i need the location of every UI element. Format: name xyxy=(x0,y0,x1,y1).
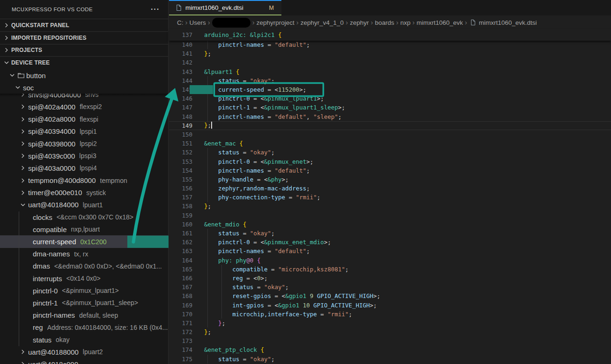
chevron-down-icon[interactable] xyxy=(3,59,10,66)
chevron-down-icon[interactable] xyxy=(14,84,22,91)
tree-item-reg[interactable]: regAddress: 0x40184000, size: 16 KB (0x4… xyxy=(0,321,169,334)
chevron-right-icon[interactable] xyxy=(3,22,10,29)
code-line-175[interactable]: 175 status = "okay"; xyxy=(169,355,611,364)
chevron-right-icon[interactable] xyxy=(19,128,27,135)
code-text: phy-handle = <&phy>; xyxy=(192,176,289,183)
code-line-154[interactable]: 154 pinctrl-names = "default"; xyxy=(169,166,611,175)
tree-item-status[interactable]: statusokay xyxy=(0,334,169,346)
tree-item-dma-names[interactable]: dma-namestx, rx xyxy=(0,248,169,260)
tree-item-uart-40188000[interactable]: uart@40188000lpuart2 xyxy=(0,346,169,358)
section-quickstart-panel[interactable]: QUICKSTART PANEL xyxy=(0,19,168,31)
tree-item-button[interactable]: button xyxy=(0,69,169,81)
tree-item-label: button xyxy=(26,72,46,80)
tree-item-uart-40184000[interactable]: uart@40184000lpuart1 xyxy=(0,199,169,211)
code-line-149[interactable]: 149}; xyxy=(169,121,611,130)
breadcrumb-item-nxp[interactable]: nxp xyxy=(400,19,411,26)
tree-item-value: nxp,lpuart xyxy=(71,226,100,233)
tree-item-snvs-400d4000[interactable]: snvs@400d4000snvs xyxy=(0,94,169,101)
tree-item-pinctrl-0[interactable]: pinctrl-0<&pinmux_lpuart1> xyxy=(0,284,169,297)
breadcrumb-item-boards[interactable]: boards xyxy=(375,19,394,26)
chevron-right-icon[interactable] xyxy=(3,46,10,54)
code-line-150[interactable]: 150 xyxy=(169,130,611,139)
code-line-144[interactable]: 144 status = "okay"; xyxy=(169,76,611,85)
code-line-146[interactable]: 146 pinctrl-0 = <&pinmux_lpuart1>; xyxy=(169,94,611,103)
code-line-147[interactable]: 147 pinctrl-1 = <&pinmux_lpuart1_sleep>; xyxy=(169,103,611,112)
code-line-171[interactable]: 171 }; xyxy=(169,319,611,328)
tree-item-spi-403a0000[interactable]: spi@403a0000lpspi4 xyxy=(0,162,169,174)
code-line-143[interactable]: 143&lpuart1 { xyxy=(169,67,611,76)
code-line-160[interactable]: 160&enet_mdio { xyxy=(169,220,611,229)
code-line-153[interactable]: 153 pinctrl-0 = <&pinmux_enet>; xyxy=(169,157,611,166)
tree-item-current-speed[interactable]: current-speed0x1C200 xyxy=(0,235,169,248)
tree-item-clocks[interactable]: clocks<&ccm 0x300 0x7C 0x18> xyxy=(0,211,169,223)
tree-item-tempmon-400d8000[interactable]: tempmon@400d8000tempmon xyxy=(0,175,169,187)
tree-item-pinctrl-1[interactable]: pinctrl-1<&pinmux_lpuart1_sleep> xyxy=(0,297,169,309)
code-line-174[interactable]: 174&enet_ptp_clock { xyxy=(169,345,611,354)
code-line-161[interactable]: 161 status = "okay"; xyxy=(169,229,611,238)
chevron-right-icon[interactable] xyxy=(19,94,27,98)
section-projects[interactable]: PROJECTS xyxy=(0,44,168,57)
tree-item-uart-4018c000[interactable]: uart@4018c000 xyxy=(0,358,169,364)
code-line-142[interactable]: 142 xyxy=(169,58,611,67)
code-line-168[interactable]: 168 reset-gpios = <&gpio1 9 GPIO_ACTIVE_… xyxy=(169,291,611,300)
tree-item-dmas[interactable]: dmas<&edma0 0x0 0xD>, <&edma0 0x1... xyxy=(0,260,169,272)
section-device-tree[interactable]: DEVICE TREE xyxy=(0,56,168,69)
tree-item-spi-40398000[interactable]: spi@40398000lpspi2 xyxy=(0,138,169,150)
chevron-right-icon[interactable] xyxy=(19,103,27,110)
code-line-170[interactable]: 170 microchip,interface-type = "rmii"; xyxy=(169,310,611,319)
sticky-scroll-line[interactable]: 137arduino_i2c: &lpi2c1 { xyxy=(169,29,611,41)
code-line-148[interactable]: 148 pinctrl-names = "default", "sleep"; xyxy=(169,112,611,121)
tab-mimxrt1060-evk-dtsi[interactable]: mimxrt1060_evk.dtsi M xyxy=(169,0,281,15)
chevron-down-icon[interactable] xyxy=(8,72,16,79)
breadcrumb-item-mimxrt1060-evk-dtsi[interactable]: mimxrt1060_evk.dtsi xyxy=(469,19,537,26)
breadcrumb-item-zephyrproject[interactable]: zephyrproject xyxy=(257,19,294,26)
tree-item-spi-4039c000[interactable]: spi@4039c000lpspi3 xyxy=(0,150,169,162)
chevron-down-icon[interactable] xyxy=(19,201,27,209)
code-line-158[interactable]: 158}; xyxy=(169,202,611,211)
code-line-157[interactable]: 157 phy-connection-type = "rmii"; xyxy=(169,193,611,202)
breadcrumb-item-c[interactable]: C: xyxy=(177,19,184,26)
code-line-164[interactable]: 164 phy: phy@0 { xyxy=(169,256,611,265)
tree-item-spi-402a8000[interactable]: spi@402a8000flexspi xyxy=(0,113,169,125)
tree-item-pinctrl-names[interactable]: pinctrl-namesdefault, sleep xyxy=(0,309,169,321)
tree-item-spi-402a4000[interactable]: spi@402a4000flexspi2 xyxy=(0,101,169,113)
tree-item-compatible[interactable]: compatiblenxp,lpuart xyxy=(0,223,169,235)
code-line-173[interactable]: 173 xyxy=(169,336,611,345)
code-line-141[interactable]: 141}; xyxy=(169,49,611,58)
chevron-right-icon[interactable] xyxy=(19,189,27,197)
code-line-152[interactable]: 152 status = "okay"; xyxy=(169,148,611,157)
tree-item-soc[interactable]: soc xyxy=(0,81,169,94)
code-line-167[interactable]: 167 status = "okay"; xyxy=(169,283,611,291)
chevron-right-icon[interactable] xyxy=(19,348,27,356)
chevron-right-icon[interactable] xyxy=(19,360,27,364)
code-line-172[interactable]: 172}; xyxy=(169,328,611,336)
chevron-right-icon[interactable] xyxy=(19,152,27,160)
chevron-right-icon[interactable] xyxy=(19,177,27,184)
more-actions-icon[interactable]: ··· xyxy=(148,5,162,14)
code-line-163[interactable]: 163 pinctrl-names = "default"; xyxy=(169,247,611,255)
tree-item-spi-40394000[interactable]: spi@40394000lpspi1 xyxy=(0,125,169,138)
tree-item-timer-e000e010[interactable]: timer@e000e010systick xyxy=(0,187,169,199)
sticky-code-line-137[interactable]: 137arduino_i2c: &lpi2c1 { xyxy=(169,30,611,39)
code-line-159[interactable]: 159 xyxy=(169,211,611,220)
code-line-151[interactable]: 151&enet_mac { xyxy=(169,139,611,148)
code-line-169[interactable]: 169 int-gpios = <&gpio1 10 GPIO_ACTIVE_H… xyxy=(169,300,611,309)
chevron-right-icon[interactable] xyxy=(19,140,27,147)
code-line-162[interactable]: 162 pinctrl-0 = <&pinmux_enet_mdio>; xyxy=(169,238,611,247)
code-area[interactable]: 140 pinctrl-names = "default";141};14214… xyxy=(169,40,611,364)
code-line-145[interactable]: 145 current-speed = <115200>; xyxy=(169,85,611,94)
code-line-155[interactable]: 155 phy-handle = <&phy>; xyxy=(169,175,611,184)
breadcrumb-item-users[interactable]: Users xyxy=(190,19,206,26)
tree-item-interrupts[interactable]: interrupts<0x14 0x0> xyxy=(0,272,169,284)
code-line-156[interactable]: 156 zephyr,random-mac-address; xyxy=(169,184,611,193)
code-line-140[interactable]: 140 pinctrl-names = "default"; xyxy=(169,40,611,49)
chevron-right-icon[interactable] xyxy=(3,34,10,42)
breadcrumb-item-zephyr[interactable]: zephyr xyxy=(350,19,369,26)
breadcrumb-item-zephyr-v4-1-0[interactable]: zephyr_v4_1_0 xyxy=(301,19,344,26)
code-line-165[interactable]: 165 compatible = "microchip,ksz8081"; xyxy=(169,265,611,274)
section-imported-repositories[interactable]: IMPORTED REPOSITORIES xyxy=(0,31,168,44)
breadcrumb-item-mimxrt1060-evk[interactable]: mimxrt1060_evk xyxy=(417,19,463,26)
chevron-right-icon[interactable] xyxy=(19,116,27,123)
chevron-right-icon[interactable] xyxy=(19,164,27,172)
code-line-166[interactable]: 166 reg = <0>; xyxy=(169,274,611,283)
